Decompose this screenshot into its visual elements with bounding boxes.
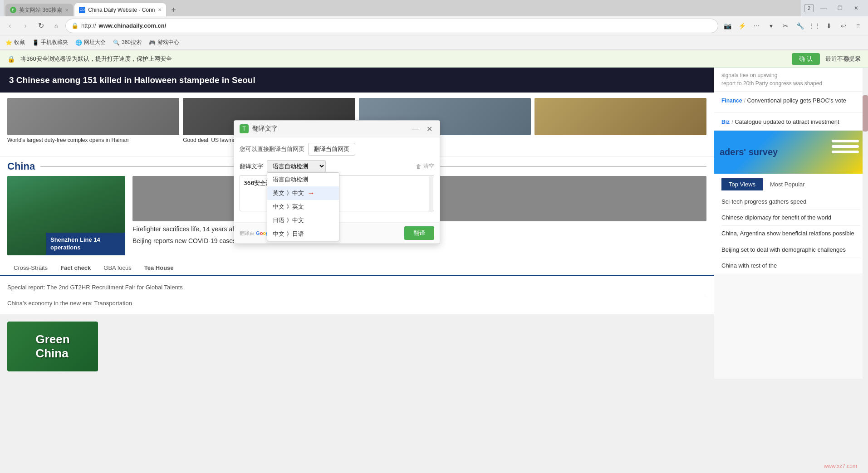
scissors-icon[interactable]: ✂ [779, 20, 792, 32]
bookmark-360-label: 360搜索 [122, 39, 142, 46]
forward-button[interactable]: › [19, 20, 32, 32]
google-blue: G [256, 230, 260, 236]
security-gear-icon[interactable]: ⚙ [843, 54, 850, 63]
finance-item-1[interactable]: Finance / Conventional policy gets PBOC'… [721, 96, 861, 104]
bookmark-mobile-label: 手机收藏夹 [41, 39, 68, 46]
dialog-minimize-button[interactable]: — [410, 125, 421, 133]
dialog-translate-page-button[interactable]: 翻译当前网页 [308, 143, 355, 156]
nav-right-buttons: 📷 ⚡ ··· ▾ ✂ 🔧 ⋮⋮ ⬇ ↩ ≡ [721, 20, 864, 32]
subtab-cross-straits[interactable]: Cross-Straits [7, 261, 54, 276]
title-bar: E 英文网站 360搜索 ✕ CD China Daily Website - … [0, 0, 868, 16]
views-tab-top[interactable]: Top Views [721, 178, 763, 190]
views-item-4[interactable]: Beijing set to deal with demographic cha… [721, 242, 861, 258]
views-item-5[interactable]: China with rest of the [721, 258, 861, 273]
dialog-title-row: T 翻译文字 [240, 124, 278, 133]
security-lock-icon: 🔒 [7, 55, 15, 63]
article-item-3[interactable]: Special report: The 2nd GT2HR Recruitmen… [7, 279, 706, 295]
vertical-scrollbar[interactable] [863, 68, 868, 385]
language-dropdown: 语言自动检测 英文 》中文 → 中文 》英文 日语 》中文 中文 》日语 [267, 172, 339, 241]
views-item-1[interactable]: Sci-tech progress gathers speed [721, 194, 861, 210]
views-section: Top Views Most Popular Sci-tech progress… [714, 174, 868, 273]
browser-chrome: E 英文网站 360搜索 ✕ CD China Daily Website - … [0, 0, 868, 50]
bookmark-nav[interactable]: 🌐 网址大全 [75, 39, 106, 46]
articles-list: Special report: The 2nd GT2HR Recruitmen… [0, 276, 714, 314]
lightning-icon[interactable]: ⚡ [736, 20, 748, 32]
dialog-close-button[interactable]: ✕ [425, 125, 434, 133]
bookmark-360[interactable]: 🔍 360搜索 [113, 39, 142, 46]
search-icon: 🔍 [113, 39, 120, 46]
home-button[interactable]: ⌂ [50, 20, 63, 32]
textarea-scrollbar[interactable] [429, 176, 433, 212]
dialog-hint-row: 您可以直接翻译当前网页 翻译当前网页 [240, 143, 434, 156]
dropdown-item-ja-zh[interactable]: 日语 》中文 [267, 214, 339, 227]
strip-item-1[interactable]: World's largest duty-free complex opens … [7, 98, 179, 151]
tab2-label: China Daily Website - Conn [88, 7, 155, 13]
address-bar[interactable]: 🔒 http:// www.chinadaily.com.cn/ [65, 19, 718, 33]
tab-1[interactable]: E 英文网站 360搜索 ✕ [5, 4, 73, 16]
refresh-button[interactable]: ↻ [34, 20, 47, 32]
views-item-3[interactable]: China, Argentina show beneficial relatio… [721, 226, 861, 242]
dialog-submit-button[interactable]: 翻译 [404, 226, 434, 240]
security-close-icon[interactable]: ✕ [855, 54, 861, 63]
back-button[interactable]: ‹ [4, 20, 16, 32]
dropdown-item-zh-en[interactable]: 中文 》英文 [267, 200, 339, 214]
watermark: www.xz7.com [824, 463, 857, 469]
security-confirm-button[interactable]: 确 认 [792, 53, 820, 65]
finance-tag-1: Finance [721, 98, 742, 104]
biz-section: Biz / Catalogue updated to attract inves… [714, 113, 868, 131]
survey-lines [832, 140, 859, 153]
bookmark-mobile[interactable]: 📱 手机收藏夹 [32, 39, 68, 46]
dropdown-item-auto[interactable]: 语言自动检测 [267, 173, 339, 186]
biz-item-1[interactable]: Biz / Catalogue updated to attract inves… [721, 117, 861, 126]
undo-icon[interactable]: ↩ [837, 20, 850, 32]
expand-icon[interactable]: ▾ [765, 20, 777, 32]
subtab-fact-check[interactable]: Fact check [54, 261, 97, 276]
dialog-source-label: 翻译文字 [240, 162, 263, 171]
views-tab-popular[interactable]: Most Popular [763, 178, 812, 190]
scrollbar-thumb[interactable] [863, 95, 868, 132]
survey-banner[interactable]: aders' survey [714, 131, 868, 174]
translation-dialog: T 翻译文字 — ✕ 您可以直接翻译当前网页 翻译当前网页 翻译文字 语言自 [234, 120, 440, 244]
dropdown-item-zh-ja[interactable]: 中文 》日语 [267, 227, 339, 241]
tab2-close[interactable]: ✕ [158, 7, 162, 12]
grid-icon[interactable]: ⋮⋮ [808, 20, 821, 32]
more-icon[interactable]: ··· [750, 20, 763, 32]
bookmark-games[interactable]: 🎮 游戏中心 [149, 39, 179, 46]
dialog-body: 您可以直接翻译当前网页 翻译当前网页 翻译文字 语言自动检测 英文 》中文 中文… [234, 137, 440, 222]
address-prefix: http:// [81, 22, 96, 29]
address-bold-part: www.chinadaily.com.cn/ [99, 22, 167, 29]
menu-icon[interactable]: ≡ [852, 20, 864, 32]
wrench-icon[interactable]: 🔧 [794, 20, 806, 32]
dropdown-item-en-zh[interactable]: 英文 》中文 → [267, 186, 339, 200]
subtab-tea-house[interactable]: Tea House [138, 261, 180, 276]
screenshot-icon[interactable]: 📷 [721, 20, 734, 32]
tab-bar: E 英文网站 360搜索 ✕ CD China Daily Website - … [4, 0, 801, 16]
views-tabs: Top Views Most Popular [721, 178, 861, 190]
finance-section: Finance / Conventional policy gets PBOC'… [714, 92, 868, 113]
strip-caption-1: World's largest duty-free complex opens … [7, 137, 179, 144]
tab-2[interactable]: CD China Daily Website - Conn ✕ [74, 3, 166, 16]
subtab-gba-focus[interactable]: GBA focus [97, 261, 137, 276]
download-icon[interactable]: ⬇ [823, 20, 835, 32]
new-tab-button[interactable]: + [167, 4, 180, 16]
dialog-icon: T [240, 124, 249, 133]
article-item-4[interactable]: China's economy in the new era: Transpor… [7, 295, 706, 311]
dialog-clear-button[interactable]: 🗑 清空 [416, 162, 434, 170]
bookmark-favorites-label: 收藏 [14, 39, 25, 46]
strip-item-4[interactable] [535, 98, 706, 151]
views-item-2[interactable]: Chinese diplomacy for benefit of the wor… [721, 210, 861, 226]
signals-text: signals ties on upswing [721, 72, 861, 78]
finance-text-1: Conventional policy gets PBOC's vote [747, 97, 846, 104]
tab1-close[interactable]: ✕ [65, 8, 69, 13]
nav-bar: ‹ › ↻ ⌂ 🔒 http:// www.chinadaily.com.cn/… [0, 16, 868, 35]
dialog-title: 翻译文字 [252, 125, 278, 133]
bookmark-favorites[interactable]: ⭐ 收藏 [5, 39, 25, 46]
right-sidebar: signals ties on upswing report to 20th P… [714, 68, 868, 379]
close-button[interactable]: ✕ [848, 0, 864, 16]
dropdown-arrow-icon: → [308, 189, 315, 197]
china-image-block: Shenzhen Line 14 operations [7, 176, 125, 255]
minimize-button[interactable]: — [815, 0, 832, 16]
dialog-language-select[interactable]: 语言自动检测 英文 》中文 中文 》英文 日语 》中文 中文 》日语 [267, 160, 326, 172]
maximize-button[interactable]: ❐ [832, 0, 848, 16]
biz-tag: Biz [721, 119, 730, 125]
